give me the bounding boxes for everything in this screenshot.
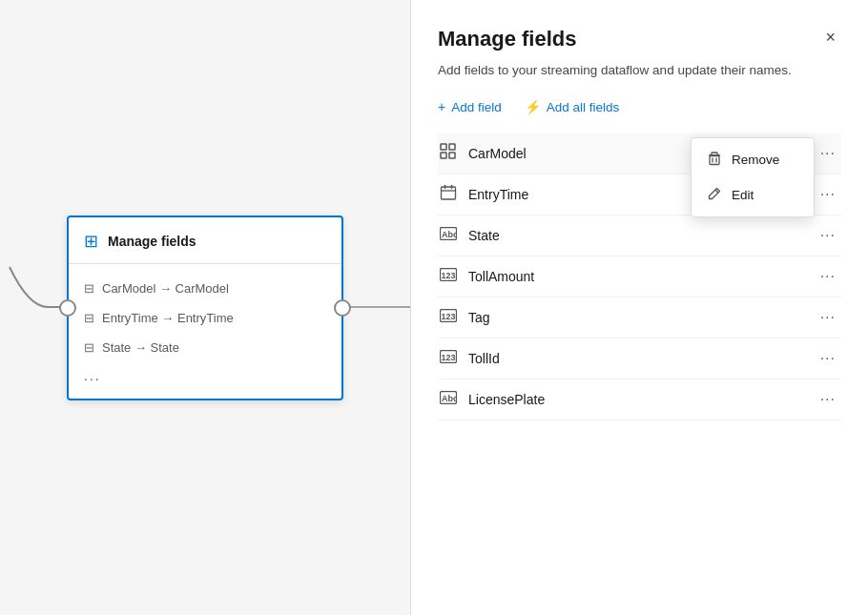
license-plate-menu-button[interactable]: ··· xyxy=(815,389,841,410)
toll-id-menu-button[interactable]: ··· xyxy=(815,348,841,369)
row-text-3: State → State xyxy=(102,340,179,355)
node-header-icon: ⊞ xyxy=(84,231,98,252)
row-text-2: EntryTime → EntryTime xyxy=(102,311,234,325)
field-left-toll-id: 123 TollId xyxy=(438,350,500,367)
node-row-3: ⊟ State → State xyxy=(84,333,326,362)
node-card: ⊞ Manage fields ⊟ CarModel → CarModel ⊟ … xyxy=(67,215,343,400)
fields-list: CarModel ··· Remove xyxy=(438,133,841,420)
car-model-icon xyxy=(438,143,459,164)
add-all-fields-label: Add all fields xyxy=(547,100,620,114)
panel-description: Add fields to your streaming dataflow an… xyxy=(438,61,841,80)
node-header: ⊞ Manage fields xyxy=(69,217,341,264)
panel-actions: + Add field ⚡ Add all fields xyxy=(438,99,841,114)
entry-time-name: EntryTime xyxy=(468,187,528,202)
add-all-fields-icon: ⚡ xyxy=(525,99,541,114)
tag-menu-button[interactable]: ··· xyxy=(815,307,841,328)
field-row-state: Abc State ··· xyxy=(438,215,841,256)
tag-icon: 123 xyxy=(438,309,459,326)
node-title: Manage fields xyxy=(108,234,196,249)
node-row-2: ⊟ EntryTime → EntryTime xyxy=(84,303,326,333)
car-model-menu-button[interactable]: ··· xyxy=(815,143,841,164)
field-left-toll-amount: 123 TollAmount xyxy=(438,268,534,285)
svg-text:123: 123 xyxy=(442,353,456,362)
toll-amount-name: TollAmount xyxy=(468,269,534,284)
toll-id-name: TollId xyxy=(468,351,500,366)
field-left-state: Abc State xyxy=(438,227,500,244)
canvas-area: ⊞ Manage fields ⊟ CarModel → CarModel ⊟ … xyxy=(0,0,410,615)
remove-icon xyxy=(707,151,722,169)
add-field-icon: + xyxy=(438,99,445,114)
panel-header: Manage fields × xyxy=(438,27,841,51)
field-row-toll-id: 123 TollId ··· xyxy=(438,338,841,379)
edit-item[interactable]: Edit xyxy=(692,177,814,213)
edit-label: Edit xyxy=(732,188,754,202)
svg-rect-1 xyxy=(449,144,455,150)
svg-rect-3 xyxy=(449,153,455,158)
svg-text:123: 123 xyxy=(442,312,456,321)
add-field-button[interactable]: + Add field xyxy=(438,99,502,114)
svg-rect-0 xyxy=(441,144,446,150)
remove-item[interactable]: Remove xyxy=(692,142,814,177)
field-left-entry-time: EntryTime xyxy=(438,184,528,205)
toll-amount-icon: 123 xyxy=(438,268,459,285)
connector-right xyxy=(334,299,351,317)
car-model-name: CarModel xyxy=(468,146,527,161)
field-left-tag: 123 Tag xyxy=(438,309,490,326)
row-icon-3: ⊟ xyxy=(84,340,94,355)
row-text-1: CarModel → CarModel xyxy=(102,281,229,296)
connector-left xyxy=(59,299,76,317)
state-icon: Abc xyxy=(438,227,459,244)
field-row-car-model: CarModel ··· Remove xyxy=(438,133,841,174)
toll-amount-menu-button[interactable]: ··· xyxy=(815,266,841,287)
svg-rect-5 xyxy=(710,156,719,165)
toll-id-icon: 123 xyxy=(438,350,459,367)
add-field-label: Add field xyxy=(451,100,502,114)
entry-time-menu-button[interactable]: ··· xyxy=(815,184,841,205)
svg-text:123: 123 xyxy=(442,271,456,280)
svg-text:Abc: Abc xyxy=(442,394,457,403)
edit-icon xyxy=(707,186,722,204)
node-more-dots: ... xyxy=(84,362,326,385)
car-model-dropdown: Remove Edit xyxy=(691,137,815,217)
license-plate-icon: Abc xyxy=(438,391,459,408)
node-row-1: ⊟ CarModel → CarModel xyxy=(84,274,326,303)
field-left-car-model: CarModel xyxy=(438,143,527,164)
svg-text:Abc: Abc xyxy=(442,230,457,239)
field-row-toll-amount: 123 TollAmount ··· xyxy=(438,256,841,297)
state-name: State xyxy=(468,228,500,243)
svg-rect-9 xyxy=(442,187,456,199)
field-row-license-plate: Abc LicensePlate ··· xyxy=(438,379,841,420)
field-row-tag: 123 Tag ··· xyxy=(438,297,841,338)
row-icon-1: ⊟ xyxy=(84,281,94,296)
svg-rect-2 xyxy=(441,153,446,158)
row-icon-2: ⊟ xyxy=(84,311,94,325)
right-panel: Manage fields × Add fields to your strea… xyxy=(410,0,868,615)
entry-time-icon xyxy=(438,184,459,205)
remove-label: Remove xyxy=(732,153,779,167)
close-button[interactable]: × xyxy=(819,27,841,48)
node-body: ⊟ CarModel → CarModel ⊟ EntryTime → Entr… xyxy=(69,264,341,399)
license-plate-name: LicensePlate xyxy=(468,392,545,407)
add-all-fields-button[interactable]: ⚡ Add all fields xyxy=(525,99,620,114)
field-left-license-plate: Abc LicensePlate xyxy=(438,391,545,408)
panel-title: Manage fields xyxy=(438,27,576,51)
tag-name: Tag xyxy=(468,310,490,325)
state-menu-button[interactable]: ··· xyxy=(815,225,841,246)
